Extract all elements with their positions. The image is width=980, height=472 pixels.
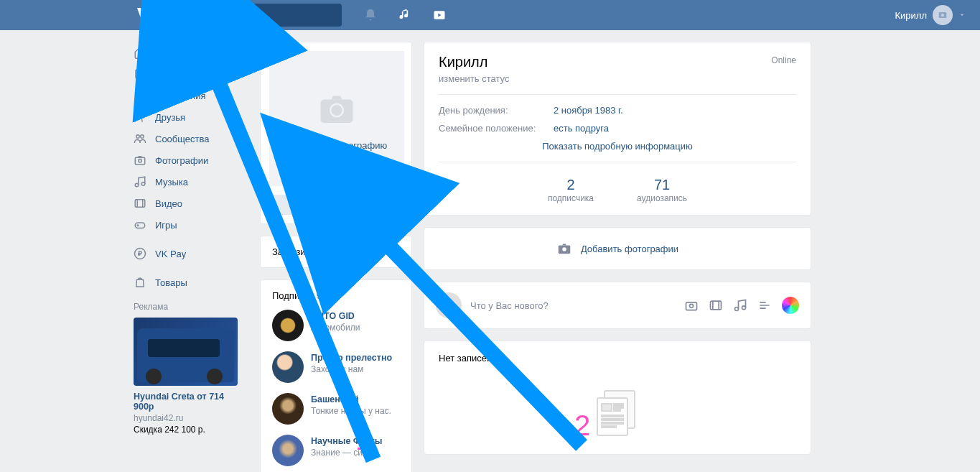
relationship-value[interactable]: есть подруга [554, 123, 609, 134]
svg-point-3 [941, 14, 944, 17]
show-more-link[interactable]: Показать подробную информацию [439, 141, 796, 152]
sub-avatar-icon [272, 351, 304, 383]
subscription-item[interactable]: БашенныйТонкие нервы у нас. [272, 393, 400, 425]
search-box[interactable] [177, 4, 342, 27]
svg-rect-32 [602, 404, 612, 411]
search-input[interactable] [200, 10, 329, 21]
birthday-label: День рождения: [439, 105, 554, 116]
header-user[interactable]: Кирилл [895, 5, 966, 25]
svg-rect-36 [602, 415, 623, 417]
subscription-item[interactable]: Просто прелестноЗаходи к нам [272, 351, 400, 383]
svg-point-7 [141, 135, 144, 139]
no-posts-card: Нет записей [424, 341, 811, 455]
svg-rect-13 [135, 223, 145, 228]
music-note-icon [134, 175, 146, 188]
ruble-icon [134, 247, 146, 260]
profile-info-card: Кирилл изменить статус Online День рожде… [424, 42, 811, 216]
svg-rect-8 [135, 157, 145, 165]
header-icons [363, 8, 447, 22]
dots-icon [385, 203, 396, 206]
nav-messages[interactable]: Сообщения [134, 85, 248, 106]
upload-photo-link[interactable]: Загрузить фотографию [286, 140, 388, 151]
birthday-value[interactable]: 2 ноября 1983 г. [554, 105, 623, 116]
subscription-item[interactable]: Научные ФактыЗнание — сила. [272, 435, 400, 466]
svg-point-11 [141, 182, 145, 186]
annotation-2: 2 [574, 409, 590, 442]
attach-more-icon[interactable] [757, 298, 772, 313]
online-status: Online [771, 55, 796, 65]
nav-market[interactable]: Товары [134, 272, 248, 293]
sidebar: Моя страница Новости Сообщения Друзья Со… [134, 42, 248, 472]
profile-name: Кирилл [439, 54, 796, 70]
nav-my-page[interactable]: Моя страница [134, 42, 248, 63]
top-header: Кирилл [0, 0, 980, 30]
svg-rect-35 [614, 409, 620, 411]
search-icon [184, 10, 194, 20]
add-photos-card[interactable]: Добавить фотографии [424, 227, 811, 270]
nav-music[interactable]: Музыка [134, 171, 248, 193]
vk-logo-icon[interactable] [134, 4, 155, 26]
svg-point-0 [185, 11, 191, 17]
music-icon[interactable] [398, 8, 412, 22]
camera-add-icon [556, 241, 572, 256]
nav-games[interactable]: Игры [134, 214, 248, 236]
profile-photo-card: Загрузить фотографию Редактировать [260, 42, 412, 224]
header-avatar-icon [933, 5, 953, 25]
camera-icon [134, 154, 146, 167]
messages-icon [134, 89, 146, 102]
subscriptions-header[interactable]: Подписки9 [272, 290, 400, 301]
attach-video-icon[interactable] [709, 298, 723, 313]
svg-rect-12 [135, 200, 145, 208]
svg-point-19 [390, 204, 392, 206]
nav-photos[interactable]: Фотографии [134, 149, 248, 171]
relationship-label: Семейное положение: [439, 123, 554, 134]
bag-icon [134, 276, 146, 289]
change-status-link[interactable]: изменить статус [439, 73, 796, 84]
nav-videos[interactable]: Видео [134, 193, 248, 214]
news-icon [134, 68, 146, 80]
svg-rect-25 [686, 302, 697, 310]
svg-point-17 [332, 105, 342, 116]
svg-rect-34 [614, 407, 623, 408]
sub-avatar-icon [272, 435, 304, 466]
nav-vkpay[interactable]: VK Pay [134, 243, 248, 264]
svg-point-22 [562, 247, 566, 251]
ad-discount: Скидка 242 100 р. [134, 425, 238, 435]
post-avatar-icon [436, 292, 462, 318]
ad-image [134, 318, 238, 386]
nav-friends[interactable]: Друзья [134, 106, 248, 128]
attach-music-icon[interactable] [733, 298, 747, 313]
edit-button[interactable]: Редактировать [269, 195, 373, 215]
header-username: Кирилл [895, 10, 928, 21]
sub-avatar-icon [272, 310, 304, 341]
ad-title: Hyundai Creta от 714 900р [134, 392, 238, 412]
color-picker-icon[interactable] [782, 297, 799, 314]
svg-rect-27 [711, 301, 722, 310]
post-input[interactable]: Что у Вас нового? [470, 300, 676, 311]
subscriptions-card: Подписки9 AUTO GIDАвтомобили Просто прел… [260, 279, 412, 472]
audio-stat[interactable]: 71аудиозапись [637, 177, 687, 203]
attach-photo-icon[interactable] [684, 298, 699, 313]
home-icon [134, 46, 146, 59]
upload-photos-prompt[interactable]: Загрузите фотогр [260, 236, 412, 268]
video-play-icon[interactable] [432, 8, 447, 22]
nav-communities[interactable]: Сообщества [134, 128, 248, 149]
svg-point-6 [136, 135, 140, 139]
svg-point-28 [735, 307, 739, 311]
photo-placeholder[interactable]: Загрузить фотографию [269, 51, 404, 186]
communities-icon [134, 132, 146, 145]
svg-rect-37 [602, 419, 623, 420]
empty-posts-icon [439, 385, 796, 443]
sub-avatar-icon [272, 393, 304, 425]
svg-point-5 [138, 113, 142, 117]
friends-icon [134, 111, 146, 124]
more-button[interactable] [378, 195, 403, 215]
ad-card[interactable]: Hyundai Creta от 714 900р hyundai42.ru С… [134, 318, 238, 435]
bell-icon[interactable] [363, 8, 378, 22]
nav-news[interactable]: Новости [134, 63, 248, 85]
followers-stat[interactable]: 2подписчика [548, 177, 594, 203]
chevron-down-icon [958, 11, 966, 19]
video-icon [134, 197, 146, 210]
ad-subtitle: hyundai42.ru [134, 413, 238, 423]
subscription-item[interactable]: AUTO GIDАвтомобили [272, 310, 400, 341]
